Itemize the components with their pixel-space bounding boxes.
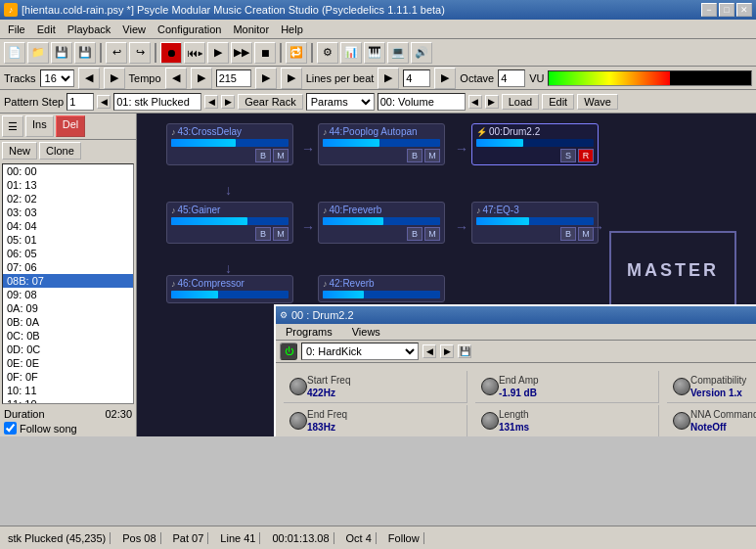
lines-btn[interactable]: ▶ bbox=[378, 68, 399, 89]
seq-row[interactable]: 03: 03 bbox=[3, 206, 133, 219]
menu-configuration[interactable]: Configuration bbox=[152, 22, 227, 37]
preset-nav-l[interactable]: ◀ bbox=[422, 344, 436, 358]
tempo-inc[interactable]: ▶ bbox=[191, 68, 212, 89]
seq-row[interactable]: 0A: 09 bbox=[3, 301, 133, 315]
step-nav-left[interactable]: ◀ bbox=[97, 95, 111, 109]
ins-button[interactable]: Ins bbox=[25, 115, 54, 137]
seq-row[interactable]: 02: 02 bbox=[3, 192, 133, 206]
seq-row[interactable]: 0E: 0E bbox=[3, 356, 133, 370]
preset-nav-r[interactable]: ▶ bbox=[440, 344, 454, 358]
redo-button[interactable]: ↪ bbox=[129, 42, 151, 64]
start-freq-knob[interactable] bbox=[289, 378, 307, 395]
menu-help[interactable]: Help bbox=[275, 22, 309, 37]
seq-toggle[interactable]: ☰ bbox=[2, 115, 23, 137]
menu-file[interactable]: File bbox=[2, 22, 31, 37]
play-from-start-button[interactable]: ⏮▶ bbox=[184, 42, 205, 64]
seq-row[interactable]: 05: 01 bbox=[3, 233, 133, 247]
midi-button[interactable]: 🎹 bbox=[364, 42, 385, 64]
menu-edit[interactable]: Edit bbox=[31, 22, 62, 37]
play-button[interactable]: ▶ bbox=[207, 42, 229, 64]
fx-btn-m[interactable]: M bbox=[424, 227, 440, 241]
seq-row[interactable]: 0B: 0A bbox=[3, 315, 133, 329]
save-button[interactable]: 💾 bbox=[51, 42, 72, 64]
end-freq-knob[interactable] bbox=[289, 412, 307, 430]
pattern-nav-left[interactable]: ◀ bbox=[204, 95, 218, 109]
tempo-dec[interactable]: ◀ bbox=[165, 68, 187, 89]
seq-row[interactable]: 10: 11 bbox=[3, 384, 133, 397]
follow-checkbox[interactable] bbox=[4, 422, 17, 435]
lines-inc[interactable]: ▶ bbox=[434, 68, 456, 89]
seq-row[interactable]: 0F: 0F bbox=[3, 370, 133, 384]
fx-btn-r[interactable]: R bbox=[578, 149, 594, 162]
del-button[interactable]: Del bbox=[56, 115, 86, 137]
tempo-btn2[interactable]: ▶ bbox=[255, 68, 277, 89]
stereo-button[interactable]: 🔊 bbox=[411, 42, 432, 64]
wave-button[interactable]: Wave bbox=[577, 94, 618, 110]
seq-row[interactable]: 11: 10 bbox=[3, 397, 133, 404]
new-button[interactable]: New bbox=[2, 142, 37, 160]
pattern-nav-right[interactable]: ▶ bbox=[221, 95, 235, 109]
tracks-inc[interactable]: ▶ bbox=[104, 68, 125, 89]
fx-btn-b[interactable]: B bbox=[407, 149, 422, 162]
fx-btn-b[interactable]: B bbox=[255, 149, 271, 162]
octave-input[interactable] bbox=[498, 69, 525, 87]
seq-row[interactable]: 00: 00 bbox=[3, 164, 133, 178]
nna-knob[interactable] bbox=[673, 412, 690, 430]
menu-monitor[interactable]: Monitor bbox=[227, 22, 275, 37]
fx-btn-m[interactable]: M bbox=[273, 149, 289, 162]
tempo-btn3[interactable]: ▶ bbox=[281, 68, 302, 89]
pattern-step-input[interactable] bbox=[67, 93, 94, 111]
tracks-dec[interactable]: ◀ bbox=[78, 68, 100, 89]
drum-menu-views[interactable]: Views bbox=[346, 325, 386, 339]
compat-knob[interactable] bbox=[673, 378, 690, 395]
pattern-name-input[interactable] bbox=[113, 93, 201, 111]
end-amp-knob[interactable] bbox=[481, 378, 499, 395]
drum-menu-programs[interactable]: Programs bbox=[280, 325, 338, 339]
seq-row[interactable]: 06: 05 bbox=[3, 247, 133, 260]
maximize-button[interactable]: □ bbox=[719, 3, 734, 17]
save-as-button[interactable]: 💾 bbox=[74, 42, 96, 64]
close-button[interactable]: ✕ bbox=[736, 3, 752, 17]
fx-btn-b[interactable]: B bbox=[560, 227, 576, 241]
fx-btn-b[interactable]: B bbox=[255, 227, 271, 241]
fx-btn-b[interactable]: B bbox=[407, 227, 422, 241]
undo-button[interactable]: ↩ bbox=[106, 42, 127, 64]
loop-button[interactable]: 🔁 bbox=[286, 42, 307, 64]
seq-row-selected[interactable]: 08B: 07 bbox=[3, 274, 133, 288]
fx-btn-m[interactable]: M bbox=[273, 227, 289, 241]
fx-btn-s[interactable]: S bbox=[560, 149, 576, 162]
clone-button[interactable]: Clone bbox=[39, 142, 81, 160]
tracks-select[interactable]: 16 bbox=[40, 69, 74, 87]
machines-button[interactable]: ⚙ bbox=[317, 42, 338, 64]
cpu-button[interactable]: 💻 bbox=[387, 42, 409, 64]
seq-row[interactable]: 04: 04 bbox=[3, 219, 133, 233]
volume-input[interactable] bbox=[378, 93, 466, 111]
power-button[interactable]: ⏻ bbox=[280, 343, 297, 360]
seq-row[interactable]: 0C: 0B bbox=[3, 329, 133, 343]
vol-nav-l[interactable]: ◀ bbox=[468, 95, 482, 109]
stop-button[interactable]: ⏹ bbox=[254, 42, 276, 64]
play-pattern-button[interactable]: ▶▶ bbox=[231, 42, 252, 64]
menu-view[interactable]: View bbox=[116, 22, 152, 37]
params-select[interactable]: Params bbox=[306, 93, 375, 111]
gear-rack-button[interactable]: Gear Rack bbox=[238, 94, 303, 110]
length-knob[interactable] bbox=[481, 412, 499, 430]
record-button[interactable]: ⏺ bbox=[160, 42, 182, 64]
edit-button[interactable]: Edit bbox=[542, 94, 574, 110]
open-button[interactable]: 📁 bbox=[27, 42, 49, 64]
preset-save[interactable]: 💾 bbox=[458, 344, 471, 358]
seq-row[interactable]: 09: 08 bbox=[3, 288, 133, 301]
menu-playback[interactable]: Playback bbox=[62, 22, 117, 37]
vol-nav-r[interactable]: ▶ bbox=[485, 95, 499, 109]
lines-input[interactable] bbox=[403, 69, 430, 87]
minimize-button[interactable]: − bbox=[701, 3, 717, 17]
patterns-button[interactable]: 📊 bbox=[340, 42, 362, 64]
tempo-input[interactable] bbox=[216, 69, 251, 87]
seq-row[interactable]: 07: 06 bbox=[3, 260, 133, 274]
seq-row[interactable]: 01: 13 bbox=[3, 178, 133, 192]
load-button[interactable]: Load bbox=[502, 94, 539, 110]
fx-btn-m[interactable]: M bbox=[424, 149, 440, 162]
preset-select[interactable]: 0: HardKick bbox=[301, 343, 419, 360]
new-button[interactable]: 📄 bbox=[4, 42, 25, 64]
seq-row[interactable]: 0D: 0C bbox=[3, 343, 133, 356]
